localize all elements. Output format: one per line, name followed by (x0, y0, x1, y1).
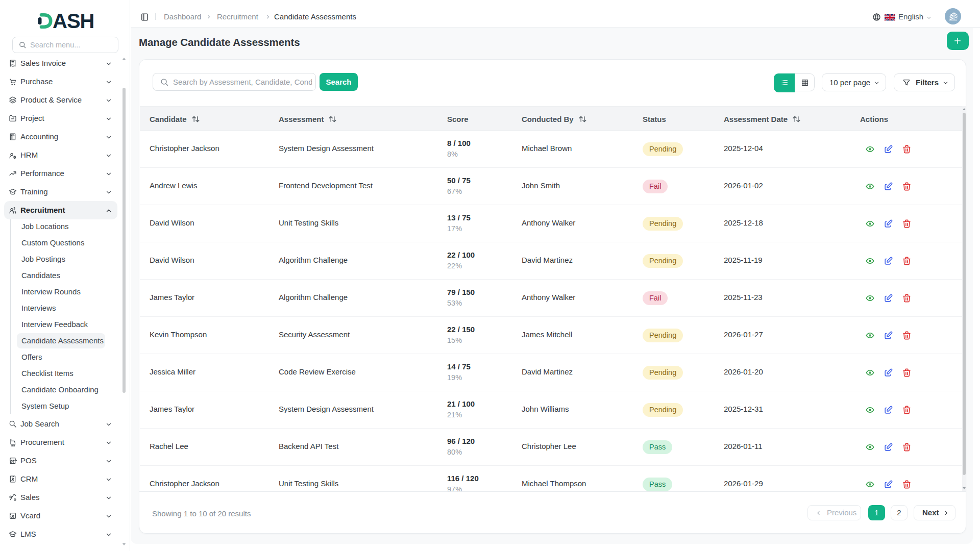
svg-text:ASH: ASH (53, 12, 93, 30)
